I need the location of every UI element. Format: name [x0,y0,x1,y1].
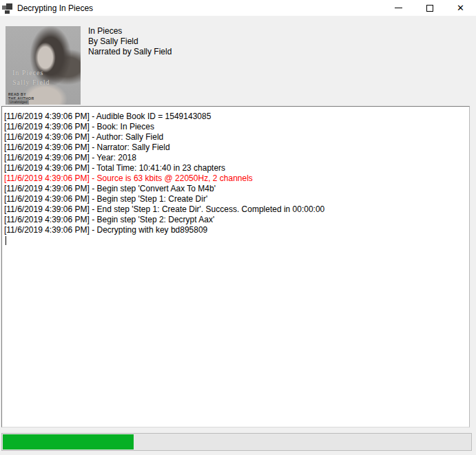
log-line: [11/6/2019 4:39:06 PM] - Source is 63 kb… [4,173,466,184]
log-line: [11/6/2019 4:39:06 PM] - Begin step 'Ste… [4,194,466,204]
window-title: Decrypting In Pieces [17,3,93,13]
book-author: By Sally Field [88,36,172,47]
log-line: [11/6/2019 4:39:06 PM] - Book: In Pieces [4,122,466,132]
log-line: [11/6/2019 4:39:06 PM] - Begin step 'Ste… [4,215,466,225]
log-line: [11/6/2019 4:39:06 PM] - Narrator: Sally… [4,142,466,153]
titlebar[interactable]: Decrypting In Pieces ✕ [0,0,476,16]
minimize-icon [395,8,402,8]
close-button[interactable]: ✕ [445,0,476,16]
log-line: [11/6/2019 4:39:06 PM] - Begin step 'Con… [4,184,466,194]
cover-author-text: Sally Field [12,78,50,87]
cover-edition-label: Unabridged [8,99,29,105]
minimize-button[interactable] [383,0,414,16]
progress-fill [3,434,134,449]
app-icon [2,3,13,14]
close-icon: ✕ [457,3,464,12]
book-title: In Pieces [88,26,172,36]
text-caret [6,236,6,245]
book-cover-image: In Pieces Sally Field READ BY THE AUTHOR… [6,26,81,105]
log-line: [11/6/2019 4:39:06 PM] - Total Time: 10:… [4,163,466,173]
app-window: Decrypting In Pieces ✕ In Pieces Sally F… [0,0,476,455]
log-line: [11/6/2019 4:39:06 PM] - Audible Book ID… [4,112,466,122]
log-line: [11/6/2019 4:39:06 PM] - End step 'Step … [4,204,466,215]
book-info: In Pieces By Sally Field Narrated by Sal… [88,26,172,57]
maximize-icon [426,5,433,12]
app-icon-square-3 [5,10,10,14]
cover-title-text: In Pieces [12,69,43,77]
app-icon-square-2 [6,3,12,10]
log-line: [11/6/2019 4:39:06 PM] - Decrypting with… [4,225,466,235]
maximize-button[interactable] [414,0,445,16]
log-line: [11/6/2019 4:39:06 PM] - Author: Sally F… [4,132,466,142]
log-line: [11/6/2019 4:39:06 PM] - Year: 2018 [4,153,466,163]
log-textbox[interactable]: [11/6/2019 4:39:06 PM] - Audible Book ID… [1,106,470,427]
progress-bar [1,433,472,451]
book-narrator: Narrated by Sally Field [88,47,172,57]
